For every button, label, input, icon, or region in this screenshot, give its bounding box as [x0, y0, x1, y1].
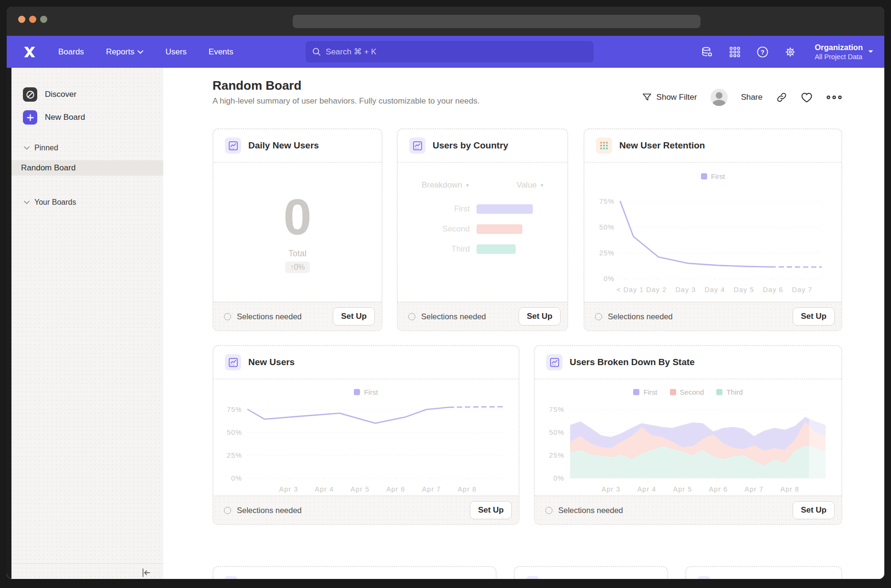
card-title: Daily New Users [248, 140, 319, 151]
chevron-down-icon [24, 200, 30, 204]
chevron-down-icon: ▾ [466, 182, 469, 189]
setup-button[interactable]: Set Up [519, 307, 561, 326]
legend-item: Second [670, 388, 704, 396]
breakdown-dropdown[interactable]: Breakdown▾ [422, 180, 469, 190]
line-chart-icon [409, 137, 425, 154]
card-title: Insights Report [546, 577, 612, 579]
status-text: Selections needed [224, 312, 302, 321]
legend-swatch [701, 173, 707, 179]
nav-item-users[interactable]: Users [165, 47, 186, 57]
svg-text:Apr 6: Apr 6 [709, 485, 728, 493]
chart-legend: FirstSecondThird [535, 388, 841, 396]
nav-item-events[interactable]: Events [209, 47, 233, 57]
breakdown-bar-row: First [398, 204, 567, 214]
setup-button[interactable]: Set Up [333, 307, 375, 326]
bar-value[interactable] [477, 244, 516, 254]
org-project: All Project Data [815, 52, 863, 61]
show-filter-button[interactable]: Show Filter [642, 93, 697, 102]
sidebar-footer-divider [11, 563, 163, 564]
collapse-sidebar-icon[interactable] [140, 567, 152, 578]
help-icon[interactable]: ? [756, 46, 769, 58]
card-users-by-state: Users Broken Down By State FirstSecondTh… [534, 345, 842, 525]
svg-text:Apr 8: Apr 8 [780, 485, 799, 493]
status-text: Selections needed [595, 312, 673, 321]
bar-value[interactable] [477, 224, 522, 234]
close-window-button[interactable] [18, 16, 25, 23]
bar-value[interactable] [477, 204, 533, 214]
line-chart-icon [546, 354, 562, 370]
svg-text:?: ? [761, 49, 764, 56]
minimize-window-button[interactable] [29, 16, 36, 23]
status-circle-icon [595, 313, 602, 320]
metric-delta-badge: ↑0% [285, 262, 309, 273]
share-button[interactable]: Share [741, 93, 763, 102]
svg-text:Day 7: Day 7 [792, 286, 813, 294]
legend-item: First [633, 388, 657, 396]
setup-button[interactable]: Set Up [470, 501, 512, 519]
sidebar-item-new-board[interactable]: New Board [11, 109, 163, 126]
value-dropdown[interactable]: Value▾ [517, 180, 543, 190]
chevron-down-icon [868, 50, 874, 54]
chart-legend: First [584, 172, 841, 180]
card-title: Users by Country [433, 140, 508, 151]
compass-icon [23, 87, 37, 102]
svg-text:25%: 25% [599, 249, 615, 257]
card-title: Stacked Line Graph [244, 577, 329, 579]
svg-text:Apr 3: Apr 3 [602, 485, 621, 493]
window-titlebar [7, 7, 884, 36]
global-search[interactable] [306, 41, 594, 63]
svg-text:0%: 0% [604, 275, 615, 283]
svg-text:50%: 50% [599, 223, 615, 231]
settings-gear-icon[interactable] [784, 46, 796, 58]
copy-link-icon[interactable] [776, 92, 787, 103]
browser-window: Boards Reports Users Events [7, 7, 884, 579]
svg-text:Day 3: Day 3 [675, 286, 696, 294]
sidebar-item-random-board[interactable]: Random Board [11, 160, 163, 176]
zoom-window-button[interactable] [40, 16, 47, 23]
data-management-icon[interactable] [701, 46, 713, 58]
legend-swatch [716, 389, 722, 395]
mixpanel-logo-icon[interactable] [23, 45, 37, 59]
svg-text:75%: 75% [549, 406, 564, 413]
svg-text:25%: 25% [226, 452, 242, 459]
apps-grid-icon[interactable] [729, 46, 741, 58]
legend-item: Third [716, 388, 742, 396]
sidebar: Discover New Board Pinned Random Board [11, 68, 163, 579]
bar-label: Third [398, 244, 477, 254]
svg-text:75%: 75% [226, 406, 242, 413]
line-chart-icon [526, 576, 539, 579]
chart-legend: First [213, 388, 519, 396]
svg-text:Apr 8: Apr 8 [457, 485, 477, 493]
svg-text:Day 2: Day 2 [646, 286, 667, 294]
state-area-chart: 75%50%25%0%Apr 3Apr 4Apr 5Apr 6Apr 7Apr … [544, 398, 832, 500]
svg-text:50%: 50% [226, 429, 242, 436]
nav-item-reports[interactable]: Reports [106, 47, 144, 57]
nav-item-boards[interactable]: Boards [58, 47, 84, 57]
setup-button[interactable]: Set Up [793, 307, 835, 326]
sidebar-section-your-boards[interactable]: Your Boards [11, 197, 163, 208]
sidebar-item-discover[interactable]: Discover [11, 86, 163, 103]
status-text: Selections needed [545, 506, 623, 515]
more-options-icon[interactable] [826, 94, 842, 100]
metric-label: Total [288, 249, 307, 259]
sidebar-section-pinned[interactable]: Pinned [11, 142, 163, 154]
card-title: New User Retention [619, 140, 705, 151]
address-bar[interactable] [293, 15, 700, 28]
retention-grid-icon [596, 137, 612, 154]
metric-value: 0 [284, 191, 312, 242]
country-bars: FirstSecondThird [398, 204, 567, 254]
legend-item: First [701, 172, 725, 180]
avatar[interactable] [711, 89, 728, 106]
svg-text:Apr 6: Apr 6 [386, 485, 405, 493]
card-stacked-line-graph: Stacked Line Graph [212, 566, 497, 579]
favorite-heart-icon[interactable] [801, 92, 813, 103]
svg-text:0%: 0% [553, 474, 564, 482]
org-selector[interactable]: Organization All Project Data [815, 42, 874, 61]
setup-button[interactable]: Set Up [793, 501, 835, 519]
status-text: Selections needed [224, 506, 302, 515]
funnel-icon [642, 93, 652, 102]
card-new-user-retention: New User Retention First 75%50%25%0%< Da… [583, 128, 842, 331]
search-input[interactable] [326, 47, 587, 57]
svg-text:Apr 4: Apr 4 [315, 485, 334, 493]
new-users-chart: 75%50%25%0%Apr 3Apr 4Apr 5Apr 6Apr 7Apr … [223, 398, 509, 500]
